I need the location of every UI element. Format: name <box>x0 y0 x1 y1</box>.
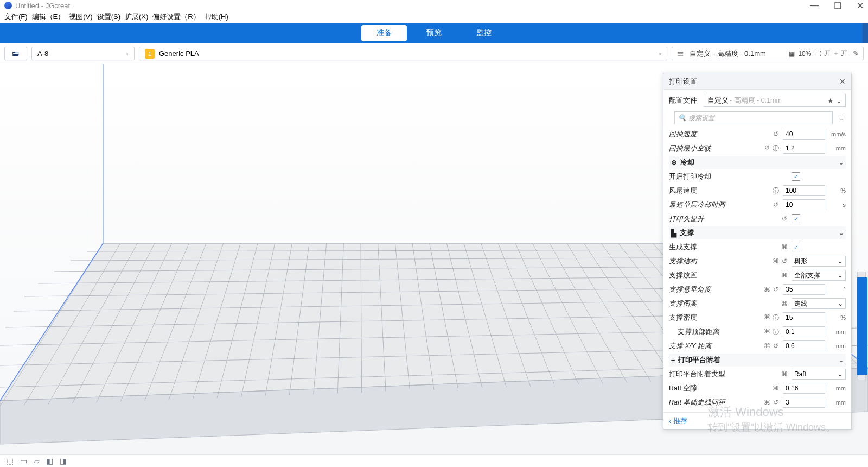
reset-icon[interactable]: ↺ <box>772 130 780 138</box>
link-icon[interactable]: ⌘ <box>763 286 771 293</box>
chevron-down-icon: ⌄ <box>838 300 843 307</box>
edit-profile-icon[interactable]: ✎ <box>853 49 859 58</box>
reset-icon[interactable]: ↺ <box>772 286 780 293</box>
layers-icon <box>676 50 684 58</box>
layer-slider-thumb[interactable] <box>857 277 867 375</box>
infill-icon: ▦ <box>789 50 795 58</box>
panel-title: 打印设置 <box>669 77 697 86</box>
support-icon: ⛶ <box>814 50 821 58</box>
recommend-button[interactable]: ‹推荐 <box>669 416 687 426</box>
link-icon[interactable]: ⌘ <box>763 399 771 406</box>
menu-file[interactable]: 文件(F) <box>4 12 28 22</box>
adhesion-value: 开 <box>841 49 847 58</box>
tab-monitor[interactable]: 监控 <box>461 25 507 41</box>
setting-min-layer-time-label: 最短单层冷却时间 <box>669 200 769 210</box>
chevron-down-icon: ⌄ <box>839 357 844 364</box>
chevron-down-icon: ⌄ <box>838 257 843 265</box>
setting-gen-support-label: 生成支撑 <box>669 243 777 252</box>
link-icon[interactable]: ⌘ <box>763 327 771 337</box>
open-file-button[interactable] <box>4 47 27 60</box>
setting-retract-speed-label: 回抽速度 <box>669 130 769 139</box>
profile-dropdown[interactable]: 自定义 - 高精度 - 0.1mm ★ ⌄ <box>704 94 846 107</box>
setting-adhesion-type-select[interactable]: Raft⌄ <box>792 369 846 380</box>
setting-support-place-select[interactable]: 全部支撑⌄ <box>792 270 846 281</box>
maximize-button[interactable]: ☐ <box>834 1 841 11</box>
setting-support-pattern-select[interactable]: 走线⌄ <box>792 298 846 309</box>
menu-view[interactable]: 视图(V) <box>69 12 92 22</box>
info-icon[interactable]: ⓘ <box>772 144 780 153</box>
reset-icon[interactable]: ↺ <box>772 399 780 406</box>
stage-tab-bar: 准备 预览 监控 <box>0 23 868 43</box>
view-left-icon[interactable]: ◧ <box>46 457 53 465</box>
info-icon[interactable]: ⓘ <box>772 327 780 337</box>
info-icon[interactable]: ⓘ <box>772 313 780 323</box>
link-icon[interactable]: ⌘ <box>763 342 771 350</box>
minimize-button[interactable]: — <box>810 1 819 11</box>
summary-metrics: ▦ 10% ⛶ 开 ÷ 开 <box>789 49 847 58</box>
print-profile-summary[interactable]: 自定义 - 高精度 - 0.1mm ▦ 10% ⛶ 开 ÷ 开 ✎ <box>672 47 864 60</box>
section-cooling[interactable]: ❄冷却⌄ <box>669 156 846 169</box>
layer-slider[interactable] <box>857 272 866 380</box>
section-support[interactable]: ▙支撑⌄ <box>669 226 846 239</box>
panel-close-button[interactable]: ✕ <box>839 77 846 86</box>
menu-help[interactable]: 帮助(H) <box>205 12 228 22</box>
setting-support-xy-input[interactable]: 0.6 <box>783 340 825 351</box>
link-icon[interactable]: ⌘ <box>763 313 771 323</box>
setting-support-angle-label: 支撑悬垂角度 <box>669 285 760 294</box>
chevron-left-icon: ‹ <box>659 49 661 58</box>
setting-fan-speed-input[interactable]: 100 <box>783 185 825 196</box>
reset-icon[interactable]: ↺ <box>781 257 788 265</box>
menu-settings[interactable]: 设置(S) <box>97 12 120 22</box>
panel-header: 打印设置 ✕ <box>663 73 851 90</box>
setting-gen-support-checkbox[interactable]: ✓ <box>792 243 846 251</box>
profile-summary-text: 自定义 - 高精度 - 0.1mm <box>690 49 783 59</box>
favorite-icon[interactable]: ★ <box>827 97 834 105</box>
menu-extensions[interactable]: 扩展(X) <box>125 12 148 22</box>
setting-support-pattern-label: 支撑图案 <box>669 299 777 308</box>
material-selector[interactable]: 1 Generic PLA ‹ <box>139 47 667 60</box>
setting-raft-base-line-input[interactable]: 3 <box>783 397 825 408</box>
view-right-icon[interactable]: ◨ <box>60 457 67 465</box>
menu-edit[interactable]: 编辑（E） <box>32 12 65 22</box>
link-icon[interactable]: ⌘ <box>781 272 788 279</box>
setting-support-struct-select[interactable]: 树形⌄ <box>792 256 846 267</box>
settings-search-input[interactable]: 🔍 搜索设置 <box>674 111 833 124</box>
link-icon[interactable]: ⌘ <box>772 257 780 265</box>
tab-preview[interactable]: 预览 <box>411 25 457 41</box>
printer-name: A-8 <box>37 49 48 58</box>
setting-raft-gap-input[interactable]: 0.16 <box>783 383 825 394</box>
tab-prepare[interactable]: 准备 <box>361 25 407 41</box>
chevron-down-icon: ⌄ <box>838 370 843 378</box>
reset-icon[interactable]: ↺ <box>772 201 780 209</box>
setting-enable-cooling-checkbox[interactable]: ✓ <box>792 172 846 181</box>
reset-icon[interactable]: ↺ <box>763 144 771 153</box>
reset-icon[interactable]: ↺ <box>781 215 788 223</box>
view-top-icon[interactable]: ▱ <box>34 457 40 465</box>
menu-preferences[interactable]: 偏好设置（R） <box>152 12 200 22</box>
setting-support-density-input[interactable]: 15 <box>783 312 825 323</box>
setting-retract-min-travel-input[interactable]: 1.2 <box>783 143 825 154</box>
link-icon[interactable]: ⌘ <box>781 300 788 307</box>
snowflake-icon: ❄ <box>671 159 677 167</box>
section-adhesion[interactable]: ÷打印平台附着⌄ <box>669 354 846 367</box>
close-button[interactable]: ✕ <box>857 1 864 11</box>
folder-open-icon <box>12 50 20 58</box>
link-icon[interactable]: ⌘ <box>772 384 780 392</box>
setting-support-angle-input[interactable]: 35 <box>783 284 825 295</box>
reset-icon[interactable]: ↺ <box>772 342 780 350</box>
settings-menu-icon[interactable]: ≡ <box>837 114 846 122</box>
extruder-badge-icon: 1 <box>145 49 155 59</box>
info-icon[interactable]: ⓘ <box>772 186 780 195</box>
link-icon[interactable]: ⌘ <box>781 243 788 251</box>
printer-selector[interactable]: A-8 ‹ <box>31 47 135 60</box>
setting-support-top-dist-input[interactable]: 0.1 <box>783 326 825 337</box>
view-3d-icon[interactable]: ⬚ <box>7 457 14 465</box>
chevron-down-icon: ⌄ <box>838 272 843 279</box>
setting-retract-speed-input[interactable]: 40 <box>783 129 825 140</box>
search-icon: 🔍 <box>678 114 686 122</box>
link-icon[interactable]: ⌘ <box>781 370 788 378</box>
setting-fan-speed-label: 风扇速度 <box>669 186 769 195</box>
view-front-icon[interactable]: ▭ <box>20 457 27 465</box>
setting-head-lift-checkbox[interactable]: ✓ <box>792 214 846 223</box>
setting-min-layer-time-input[interactable]: 10 <box>783 199 825 210</box>
